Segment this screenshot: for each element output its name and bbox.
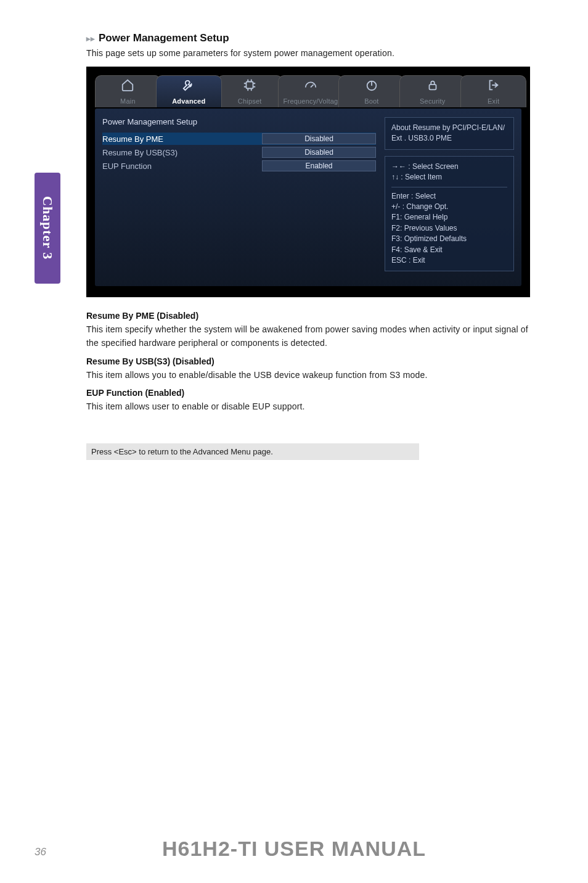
tab-exit[interactable]: Exit [460, 75, 526, 107]
bios-about-box: About Resume by PCI/PCI-E/LAN/ Ext . USB… [385, 117, 514, 150]
section-lead: This page sets up some parameters for sy… [86, 48, 530, 58]
svg-rect-0 [247, 82, 253, 89]
bios-window: Main Advanced Chipset [86, 67, 530, 297]
help-line: ESC : Exit [391, 255, 507, 266]
description-text: This item allows you to enable/disable t… [86, 369, 530, 382]
tab-main[interactable]: Main [95, 75, 161, 107]
setting-eup[interactable]: EUP Function Enabled [102, 160, 376, 172]
setting-resume-usb[interactable]: Resume By USB(S3) Disabled [102, 146, 376, 158]
bios-left-pane: Power Management Setup Resume By PME Dis… [102, 117, 376, 271]
wrench-icon [157, 78, 221, 92]
help-line: F3: Optimized Defaults [391, 234, 507, 244]
bios-tab-row: Main Advanced Chipset [95, 75, 521, 107]
page-number: 36 [35, 846, 46, 858]
chapter-tab-label: Chapter 3 [39, 196, 55, 260]
tab-label: Security [420, 96, 445, 107]
bios-group-title: Power Management Setup [102, 117, 376, 126]
setting-label: EUP Function [102, 162, 262, 171]
tab-label: Main [120, 96, 136, 107]
power-icon [339, 78, 404, 92]
exit-icon [461, 78, 526, 92]
help-divider [391, 187, 507, 187]
setting-label: Resume By USB(S3) [102, 148, 262, 157]
setting-label: Resume By PME [102, 134, 262, 144]
help-line: F4: Save & Exit [391, 245, 507, 255]
help-line: F2: Previous Values [391, 223, 507, 234]
footer: H61H2-TI USER MANUAL [0, 837, 588, 861]
chapter-tab: Chapter 3 [35, 173, 60, 284]
help-line: →← : Select Screen [391, 162, 507, 172]
tab-label: Frequency/Voltag [284, 96, 338, 107]
svg-rect-2 [429, 84, 436, 89]
setting-value[interactable]: Enabled [262, 160, 376, 171]
description-block: EUP Function (Enabled) This item allows … [86, 388, 530, 414]
tab-label: Chipset [238, 96, 262, 107]
gauge-icon [279, 78, 343, 92]
description-text: This item specify whether the system wil… [86, 323, 530, 350]
help-line: Enter : Select [391, 191, 507, 202]
bios-body: Power Management Setup Resume By PME Dis… [95, 109, 521, 286]
setting-value[interactable]: Disabled [262, 133, 376, 144]
tab-advanced[interactable]: Advanced [156, 75, 222, 107]
description-heading: Resume By USB(S3) (Disabled) [86, 356, 530, 366]
description-block: Resume By PME (Disabled) This item speci… [86, 311, 530, 350]
setting-value[interactable]: Disabled [262, 147, 376, 158]
section-heading: ▸▸ Power Management Setup [86, 32, 530, 44]
help-line: +/- : Change Opt. [391, 202, 507, 212]
return-note: Press <Esc> to return to the Advanced Me… [86, 443, 419, 460]
tab-frequency[interactable]: Frequency/Voltag [278, 75, 344, 107]
description-heading: EUP Function (Enabled) [86, 388, 530, 398]
lock-icon [400, 78, 465, 92]
description-block: Resume By USB(S3) (Disabled) This item a… [86, 356, 530, 382]
chip-icon [218, 78, 282, 92]
help-line: F1: General Help [391, 212, 507, 223]
tab-boot[interactable]: Boot [338, 75, 404, 107]
setting-resume-pme[interactable]: Resume By PME Disabled [102, 133, 376, 145]
tab-label: Exit [488, 96, 499, 107]
help-line: ↑↓ : Select Item [391, 172, 507, 183]
bios-help-box: →← : Select Screen ↑↓ : Select Item Ente… [385, 156, 514, 272]
manual-title: H61H2-TI USER MANUAL [0, 837, 588, 861]
section-heading-text: Power Management Setup [99, 32, 229, 44]
home-icon [96, 78, 160, 92]
description-heading: Resume By PME (Disabled) [86, 311, 530, 321]
double-arrow-icon: ▸▸ [86, 35, 95, 43]
tab-chipset[interactable]: Chipset [217, 75, 283, 107]
tab-label: Advanced [172, 96, 205, 107]
description-text: This item allows user to enable or disab… [86, 400, 530, 414]
bios-right-pane: About Resume by PCI/PCI-E/LAN/ Ext . USB… [385, 117, 514, 271]
tab-security[interactable]: Security [399, 75, 465, 107]
tab-label: Boot [364, 96, 378, 107]
